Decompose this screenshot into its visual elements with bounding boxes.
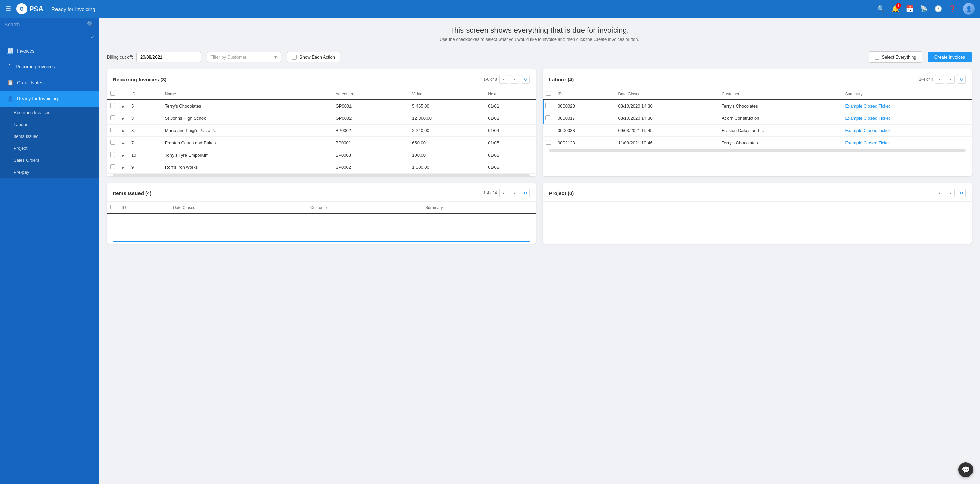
items-header-summary: Summary [422,202,536,213]
collapse-icon[interactable]: « [86,31,99,43]
header-next: Next [485,88,536,100]
row-checkbox-cell [107,137,118,149]
search-input[interactable] [5,22,84,27]
hamburger-icon[interactable]: ☰ [5,5,11,13]
expand-arrow-icon[interactable]: ▶ [122,153,124,157]
project-prev-button[interactable]: ‹ [935,189,944,197]
project-next-button[interactable]: › [946,189,955,197]
labour-next-button[interactable]: › [946,75,955,84]
row-checkbox[interactable] [546,103,550,108]
items-next-button[interactable]: › [510,189,519,197]
row-checkbox[interactable] [110,115,115,120]
row-agreement: SP0002 [332,161,409,174]
row-checkbox[interactable] [110,103,115,108]
row-checkbox[interactable] [110,140,115,145]
items-refresh-button[interactable]: ↻ [521,189,530,197]
row-summary: Example Closed Ticket [842,137,972,149]
row-checkbox[interactable] [110,127,115,132]
row-agreement: BP0001 [332,137,409,149]
billing-cutoff-input[interactable] [137,52,201,62]
row-name: Tony's Tyre Emporium [162,149,332,161]
labour-scrollbar[interactable] [549,149,966,152]
row-next: 01/01 [485,100,536,112]
table-row: 0000038 09/03/2021 15:45 Freston Cakes a… [543,124,972,137]
row-id: 7 [128,137,162,149]
row-name: Mario and Luigi's Pizza P... [162,124,332,137]
row-checkbox[interactable] [546,127,551,132]
sub-item-pre-pay[interactable]: Pre-pay [0,166,99,178]
summary-link[interactable]: Example Closed Ticket [845,128,890,133]
expand-arrow-icon[interactable]: ▶ [122,141,124,145]
clock-icon[interactable]: 🕐 [934,5,942,13]
items-select-all[interactable] [110,205,115,209]
row-agreement: BP0003 [332,149,409,161]
row-customer: Terry's Chocolates [718,100,842,112]
row-checkbox[interactable] [546,140,551,145]
row-checkbox[interactable] [110,152,115,157]
row-next: 01/03 [485,112,536,124]
search-icon[interactable]: 🔍 [877,5,885,13]
row-checkbox[interactable] [546,115,550,120]
row-expand-cell: ▶ [118,112,128,124]
sub-item-items-issued[interactable]: Items Issued [0,131,99,142]
sidebar-item-ready-for-invoicing[interactable]: 👤 Ready for Invoicing [0,91,99,107]
row-id: 0002123 [554,137,614,149]
filter-customer-dropdown[interactable]: Filter by Customer ▼ [207,52,282,62]
sub-item-sales-orders[interactable]: Sales Orders [0,154,99,166]
panels-grid: Recurring Invoices (8) 1-6 of 8 ‹ › ↻ [107,69,972,244]
next-page-button[interactable]: › [510,75,519,84]
chat-bubble[interactable]: 💬 [958,462,973,477]
sub-item-recurring-invoices[interactable]: Recurring Invoices [0,107,99,118]
project-panel: Project (0) ‹ › ↻ [543,183,972,244]
select-everything-btn[interactable]: Select Everything [869,51,922,63]
wifi-icon[interactable]: 📡 [920,5,928,13]
labour-header-customer: Customer [718,88,842,100]
sidebar-sub-menu: Recurring Invoices Labour Items Issued P… [0,107,99,178]
items-prev-button[interactable]: ‹ [499,189,508,197]
expand-arrow-icon[interactable]: ▶ [122,105,124,108]
row-date-closed: 11/08/2021 10:46 [614,137,718,149]
show-each-action-btn[interactable]: Show Each Action [287,52,340,62]
avatar[interactable]: 👤 [963,3,975,14]
expand-arrow-icon[interactable]: ▶ [122,117,124,121]
refresh-button[interactable]: ↻ [521,75,530,84]
row-id: 0000017 [554,112,614,124]
prev-page-button[interactable]: ‹ [499,75,508,84]
row-checkbox-cell [543,124,554,137]
sidebar-item-label: Invoices [17,48,34,54]
help-icon[interactable]: ❓ [949,5,956,13]
items-progress-bar [113,241,530,242]
sidebar-item-invoices[interactable]: 🧾 Invoices [0,43,99,59]
summary-link[interactable]: Example Closed Ticket [845,103,890,108]
calendar-icon[interactable]: 📅 [906,5,913,13]
header-value: Value [409,88,485,100]
sidebar-item-credit-notes[interactable]: 📋 Credit Notes [0,75,99,91]
logo-circle: O [16,3,27,14]
bell-icon[interactable]: 🔔 1 [891,5,899,13]
expand-arrow-icon[interactable]: ▶ [122,166,124,169]
project-title: Project (0) [549,190,574,196]
labour-scroll: ID Date Closed Customer Summary 0000028 … [543,88,972,149]
row-checkbox[interactable] [110,164,115,169]
main-layout: 🔍 « 🧾 Invoices 🗒 Recurring Invoices 📋 Cr… [0,18,980,484]
labour-refresh-button[interactable]: ↻ [957,75,966,84]
summary-link[interactable]: Example Closed Ticket [845,140,890,145]
labour-prev-button[interactable]: ‹ [935,75,944,84]
recurring-invoices-scrollbar[interactable] [113,174,530,176]
expand-arrow-icon[interactable]: ▶ [122,129,124,133]
sub-item-labour[interactable]: Labour [0,118,99,131]
sub-item-project[interactable]: Project [0,142,99,154]
create-invoices-button[interactable]: Create Invoices [928,52,972,62]
show-each-action-label: Show Each Action [299,54,335,60]
page-title: Ready for Invoicing [51,6,95,12]
select-everything-checkbox[interactable] [875,55,879,60]
show-each-action-checkbox[interactable] [292,55,297,60]
items-issued-table: ID Date Closed Customer Summary [107,202,536,241]
select-all-checkbox[interactable] [110,91,115,96]
summary-link[interactable]: Example Closed Ticket [845,116,890,121]
labour-header: Labour (4) 1-4 of 4 ‹ › ↻ [543,69,972,88]
sidebar-item-recurring-invoices[interactable]: 🗒 Recurring Invoices [0,59,99,75]
table-row: 0000017 03/10/2020 14:30 Acorn Construct… [543,112,972,124]
project-refresh-button[interactable]: ↻ [957,189,966,197]
labour-select-all[interactable] [546,91,551,96]
